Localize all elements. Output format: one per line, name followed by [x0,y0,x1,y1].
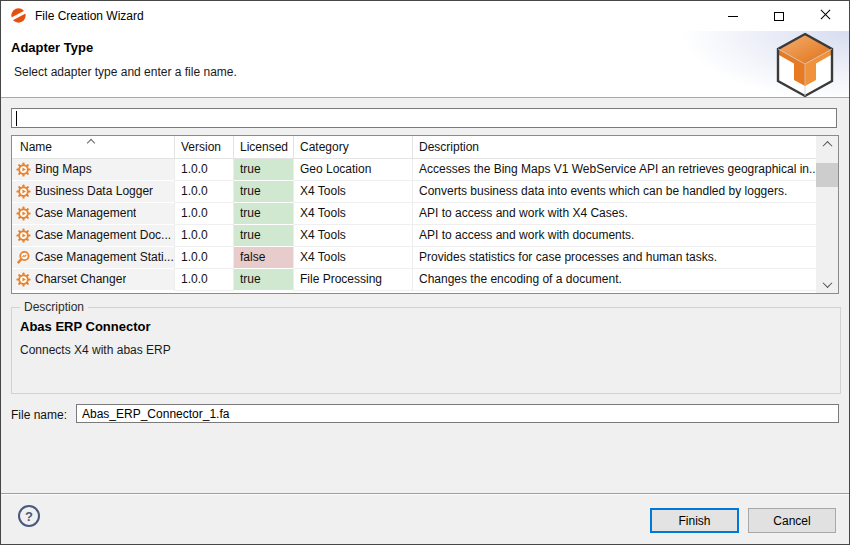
text-caret [16,111,17,126]
column-header-description[interactable]: Description [413,136,816,159]
cell-name: Case Management [35,203,136,224]
file-name-label: File name: [11,408,67,422]
header-separator [1,97,849,98]
wizard-header: Adapter Type Select adapter type and ent… [1,31,849,97]
adapter-statistics-icon [16,250,31,265]
cell-name: Business Data Logger [35,181,153,202]
cell-name: Case Management Stati... [35,247,174,268]
maximize-button[interactable] [756,1,802,31]
question-mark-icon: ? [25,509,33,524]
window-title: File Creation Wizard [35,9,144,23]
cell-category: X4 Tools [294,181,413,203]
file-name-input[interactable] [76,404,839,423]
table-header-row: Name Version Licensed Category Descripti… [12,136,816,159]
adapter-gear-icon [16,162,31,177]
table-row[interactable]: Case Management Doc... 1.0.0 true X4 Too… [12,225,816,247]
cell-category: Geo Location [294,159,413,181]
cell-description: Accesses the Bing Maps V1 WebService API… [413,159,816,181]
chevron-up-icon [822,141,832,151]
cell-licensed: true [234,269,294,291]
cell-description: API to access and work with documents. [413,225,816,247]
sort-ascending-icon [87,139,95,147]
cell-category: X4 Tools [294,225,413,247]
cell-licensed: true [234,203,294,225]
cell-licensed: true [234,181,294,203]
cell-version: 1.0.0 [175,159,234,181]
adapter-gear-icon [16,206,31,221]
cell-version: 1.0.0 [175,203,234,225]
scrollbar-thumb[interactable] [816,163,838,187]
selected-adapter-description: Connects X4 with abas ERP [20,343,171,357]
app-logo-icon [10,7,27,24]
cell-licensed: true [234,159,294,181]
table-row[interactable]: Charset Changer 1.0.0 true File Processi… [12,269,816,291]
minimize-icon [728,16,738,17]
cell-description: Provides statistics for case processes a… [413,247,816,269]
cell-category: File Processing [294,269,413,291]
cell-name: Bing Maps [35,159,92,180]
adapter-filter-field[interactable] [11,108,837,128]
help-button[interactable]: ? [18,505,40,527]
page-title: Adapter Type [11,40,93,55]
file-creation-wizard-dialog: File Creation Wizard Adapter Type Select… [0,0,850,545]
cell-category: X4 Tools [294,203,413,225]
x4-cube-logo-icon [773,32,837,98]
cell-version: 1.0.0 [175,247,234,269]
cell-version: 1.0.0 [175,181,234,203]
column-label: Name [20,140,52,154]
cell-category: X4 Tools [294,247,413,269]
cell-name: Case Management Doc... [35,225,171,246]
chevron-down-icon [822,278,832,288]
page-subtitle: Select adapter type and enter a file nam… [14,65,237,79]
cell-licensed: true [234,225,294,247]
description-group: Description Abas ERP Connector Connects … [11,307,841,394]
column-header-licensed[interactable]: Licensed [234,136,294,159]
cell-version: 1.0.0 [175,225,234,247]
vertical-scrollbar[interactable] [816,136,838,293]
cell-name: Charset Changer [35,269,126,290]
finish-button[interactable]: Finish [650,508,739,533]
scroll-down-button[interactable] [816,276,838,293]
cell-version: 1.0.0 [175,269,234,291]
maximize-icon [774,12,784,21]
close-button[interactable] [802,1,848,31]
title-bar[interactable]: File Creation Wizard [1,1,849,31]
table-body: Bing Maps 1.0.0 true Geo Location Access… [12,159,838,291]
window-controls [710,1,848,31]
button-bar: ? Finish Cancel [1,493,849,544]
cancel-button[interactable]: Cancel [748,508,836,533]
table-row[interactable]: Business Data Logger 1.0.0 true X4 Tools… [12,181,816,203]
scroll-up-button[interactable] [816,136,838,153]
adapter-gear-icon [16,272,31,287]
column-header-name[interactable]: Name [12,136,175,159]
column-header-version[interactable]: Version [175,136,234,159]
minimize-button[interactable] [710,1,756,31]
column-header-category[interactable]: Category [294,136,413,159]
table-row[interactable]: Case Management 1.0.0 true X4 Tools API … [12,203,816,225]
close-icon [820,9,831,23]
cell-licensed: false [234,247,294,269]
adapter-gear-icon [16,228,31,243]
table-row[interactable]: Case Management Stati... 1.0.0 false X4 … [12,247,816,269]
table-row[interactable]: Bing Maps 1.0.0 true Geo Location Access… [12,159,816,181]
adapter-gear-icon [16,184,31,199]
cell-description: API to access and work with X4 Cases. [413,203,816,225]
cell-description: Changes the encoding of a document. [413,269,816,291]
selected-adapter-title: Abas ERP Connector [20,319,151,334]
adapter-table: Name Version Licensed Category Descripti… [11,135,839,294]
search-input[interactable] [12,109,836,127]
cell-description: Converts business data into events which… [413,181,816,203]
description-group-legend: Description [20,300,88,314]
